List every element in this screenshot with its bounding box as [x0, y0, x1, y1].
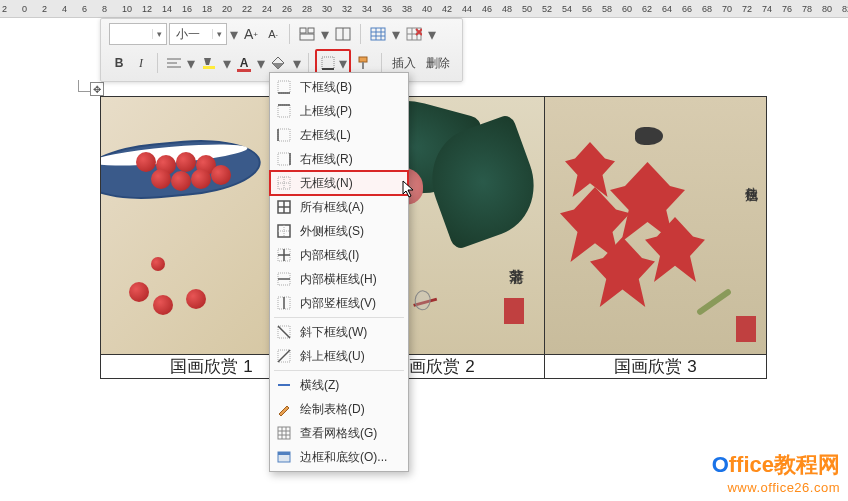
- svg-rect-20: [359, 57, 367, 62]
- ih-border-icon: [276, 271, 292, 287]
- menu-item-left[interactable]: 左框线(L): [270, 123, 408, 147]
- svg-rect-57: [278, 452, 290, 455]
- highlight-button[interactable]: [198, 52, 220, 74]
- menu-item-iv[interactable]: 内部竖框线(V): [270, 291, 408, 315]
- left-border-icon: [276, 127, 292, 143]
- svg-line-47: [278, 326, 290, 338]
- menu-item-label: 右框线(R): [300, 151, 353, 168]
- right-border-icon: [276, 151, 292, 167]
- dropdown-icon[interactable]: ▾: [229, 25, 239, 44]
- svg-rect-26: [278, 129, 290, 141]
- merge-cells-icon[interactable]: [296, 23, 318, 45]
- watermark-brand: ffice教程网: [729, 452, 840, 477]
- cicada-shape: [635, 127, 663, 145]
- shading-button[interactable]: [268, 52, 290, 74]
- delete-table-icon[interactable]: [403, 23, 425, 45]
- seal-stamp: [504, 298, 524, 324]
- dlg-border-icon: [276, 449, 292, 465]
- menu-item-all[interactable]: 所有框线(A): [270, 195, 408, 219]
- font-color-button[interactable]: A: [234, 52, 254, 74]
- diag2-border-icon: [276, 348, 292, 364]
- dropdown-icon[interactable]: ▾: [391, 25, 401, 44]
- dropdown-icon[interactable]: ▾: [320, 25, 330, 44]
- svg-rect-0: [300, 34, 314, 40]
- menu-item-label: 内部横框线(H): [300, 271, 377, 288]
- dropdown-icon[interactable]: ▾: [186, 54, 196, 73]
- none-border-icon: [276, 175, 292, 191]
- bottom-border-icon: [276, 79, 292, 95]
- svg-rect-17: [203, 66, 215, 69]
- draw-border-icon: [276, 401, 292, 417]
- menu-item-hr[interactable]: 横线(Z): [270, 373, 408, 397]
- painting-table: 老萍翁 秋色佳启 国画欣赏 1 国画欣赏 2 国画欣赏 3: [100, 96, 767, 379]
- border-dropdown-icon[interactable]: ▾: [338, 54, 348, 73]
- menu-item-diag2[interactable]: 斜上框线(U): [270, 344, 408, 368]
- menu-item-grid[interactable]: 查看网格线(G): [270, 421, 408, 445]
- grow-font-button[interactable]: A+: [241, 23, 261, 45]
- menu-item-label: 内部竖框线(V): [300, 295, 376, 312]
- menu-item-bottom[interactable]: 下框线(B): [270, 75, 408, 99]
- svg-line-49: [278, 350, 290, 362]
- dropdown-icon[interactable]: ▾: [256, 54, 266, 73]
- font-family-combo[interactable]: ▾: [109, 23, 167, 45]
- painting-3: 秋色佳启: [545, 97, 766, 354]
- seal-stamp: [736, 316, 756, 342]
- menu-item-outside[interactable]: 外侧框线(S): [270, 219, 408, 243]
- border-dropdown-menu: 下框线(B)上框线(P)左框线(L)右框线(R)无框线(N)所有框线(A)外侧框…: [269, 72, 409, 472]
- menu-item-top[interactable]: 上框线(P): [270, 99, 408, 123]
- watermark-url: www.office26.com: [712, 480, 840, 495]
- menu-item-label: 查看网格线(G): [300, 425, 377, 442]
- delete-label[interactable]: 删除: [422, 52, 454, 74]
- top-border-icon: [276, 103, 292, 119]
- outside-border-icon: [276, 223, 292, 239]
- border-button[interactable]: [318, 52, 338, 74]
- menu-item-label: 横线(Z): [300, 377, 339, 394]
- svg-rect-21: [362, 62, 364, 69]
- svg-rect-18: [322, 57, 334, 69]
- menu-item-inside[interactable]: 内部框线(I): [270, 243, 408, 267]
- italic-button[interactable]: I: [131, 52, 151, 74]
- dropdown-icon[interactable]: ▾: [222, 54, 232, 73]
- align-button[interactable]: [164, 52, 184, 74]
- menu-item-right[interactable]: 右框线(R): [270, 147, 408, 171]
- menu-item-label: 左框线(L): [300, 127, 351, 144]
- menu-item-label: 下框线(B): [300, 79, 352, 96]
- menu-item-draw[interactable]: 绘制表格(D): [270, 397, 408, 421]
- svg-rect-5: [371, 28, 385, 40]
- all-border-icon: [276, 199, 292, 215]
- menu-item-label: 无框线(N): [300, 175, 353, 192]
- shrink-font-button[interactable]: A-: [263, 23, 283, 45]
- svg-rect-2: [308, 28, 314, 33]
- watermark-logo-o: O: [712, 452, 729, 477]
- watermark: Office教程网 www.office26.com: [712, 450, 840, 495]
- insert-label[interactable]: 插入: [388, 52, 420, 74]
- svg-rect-1: [300, 28, 306, 33]
- svg-rect-24: [278, 105, 290, 117]
- bold-button[interactable]: B: [109, 52, 129, 74]
- grid-border-icon: [276, 425, 292, 441]
- menu-item-label: 绘制表格(D): [300, 401, 365, 418]
- menu-item-label: 斜上框线(U): [300, 348, 365, 365]
- caption-cell[interactable]: 国画欣赏 3: [545, 355, 767, 379]
- menu-item-ih[interactable]: 内部横框线(H): [270, 267, 408, 291]
- iv-border-icon: [276, 295, 292, 311]
- table-cell[interactable]: 秋色佳启: [545, 97, 767, 355]
- dropdown-icon[interactable]: ▾: [427, 25, 437, 44]
- table-move-handle[interactable]: ✥: [90, 82, 104, 96]
- insert-table-icon[interactable]: [367, 23, 389, 45]
- menu-item-label: 所有框线(A): [300, 199, 364, 216]
- menu-item-dlg[interactable]: 边框和底纹(O)...: [270, 445, 408, 469]
- menu-item-diag1[interactable]: 斜下框线(W): [270, 320, 408, 344]
- dropdown-icon[interactable]: ▾: [292, 54, 302, 73]
- menu-item-label: 内部框线(I): [300, 247, 359, 264]
- diag1-border-icon: [276, 324, 292, 340]
- format-painter-button[interactable]: [353, 52, 375, 74]
- svg-rect-51: [278, 427, 290, 439]
- svg-rect-22: [278, 81, 290, 93]
- inside-border-icon: [276, 247, 292, 263]
- menu-item-label: 外侧框线(S): [300, 223, 364, 240]
- menu-item-label: 斜下框线(W): [300, 324, 367, 341]
- menu-item-none[interactable]: 无框线(N): [270, 171, 408, 195]
- font-size-combo[interactable]: 小一▾: [169, 23, 227, 45]
- split-cells-icon[interactable]: [332, 23, 354, 45]
